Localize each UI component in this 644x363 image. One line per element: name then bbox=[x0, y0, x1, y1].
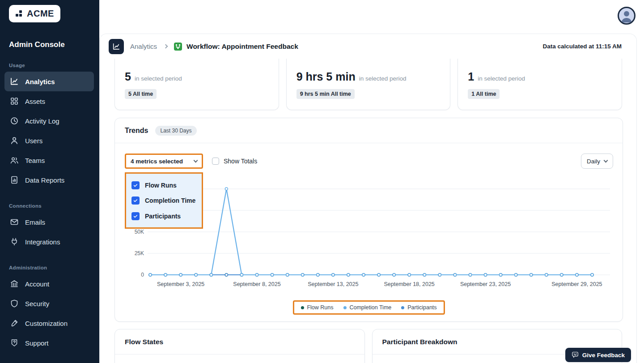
sidebar-item-label: Account bbox=[25, 280, 49, 288]
acme-logo[interactable]: ACME bbox=[9, 5, 60, 22]
main-panel: Analytics Workflow: Appointment Feedback… bbox=[99, 34, 637, 363]
sidebar-item-label: Integrations bbox=[25, 238, 60, 246]
metric-option-label: Flow Runs bbox=[145, 182, 177, 189]
metric-option-label: Participants bbox=[145, 213, 181, 220]
sidebar: ACME Admin Console Usage Analytics Asset… bbox=[0, 0, 99, 363]
show-totals-control: Show Totals bbox=[212, 154, 257, 169]
support-icon bbox=[10, 338, 19, 347]
breadcrumb-analytics-link[interactable]: Analytics bbox=[130, 43, 157, 50]
metric-option-completion-time[interactable]: Completion Time bbox=[126, 196, 202, 205]
email-icon bbox=[10, 218, 19, 226]
svg-text:0: 0 bbox=[141, 272, 144, 278]
show-totals-label: Show Totals bbox=[224, 158, 257, 165]
stat-value: 9 hrs 5 min bbox=[297, 70, 356, 83]
customization-icon bbox=[10, 319, 19, 328]
workflow-icon bbox=[174, 42, 182, 51]
granularity-dropdown[interactable]: Daily bbox=[581, 154, 613, 169]
legend-item-completion-time[interactable]: Completion Time bbox=[343, 304, 391, 311]
page-title: Workflow: Appointment Feedback bbox=[186, 43, 298, 51]
period-badge: Last 30 Days bbox=[155, 126, 196, 136]
sidebar-item-activity-log[interactable]: Activity Log bbox=[4, 111, 94, 131]
sidebar-item-label: Security bbox=[25, 300, 49, 307]
svg-text:September 23, 2025: September 23, 2025 bbox=[460, 281, 511, 287]
trends-card-header: Trends Last 30 Days bbox=[115, 118, 623, 143]
sidebar-item-teams[interactable]: Teams bbox=[4, 150, 94, 170]
stat-card-flow-runs: 5 in selected period 5 All time bbox=[114, 59, 279, 110]
legend-item-participants[interactable]: Participants bbox=[401, 304, 436, 311]
sidebar-item-analytics[interactable]: Analytics bbox=[4, 72, 94, 91]
stat-card-completion-time: 9 hrs 5 min in selected period 9 hrs 5 m… bbox=[286, 59, 451, 110]
section-label-administration: Administration bbox=[9, 265, 90, 270]
chevron-down-icon bbox=[194, 158, 198, 163]
svg-text:50K: 50K bbox=[135, 229, 144, 235]
metric-option-flow-runs[interactable]: Flow Runs bbox=[126, 181, 202, 189]
sidebar-item-label: Assets bbox=[25, 98, 45, 105]
metrics-select-dropdown[interactable]: 4 metrics selected bbox=[125, 154, 203, 169]
trends-card: Trends Last 30 Days 4 metrics selected S… bbox=[114, 118, 623, 322]
sidebar-item-integrations[interactable]: Integrations bbox=[4, 232, 94, 252]
metric-option-participants[interactable]: Participants bbox=[126, 212, 202, 220]
section-label-connections: Connections bbox=[9, 203, 90, 209]
sidebar-item-label: Support bbox=[25, 339, 49, 347]
sidebar-item-assets[interactable]: Assets bbox=[4, 91, 94, 111]
section-label-usage: Usage bbox=[9, 63, 90, 68]
legend-label: Flow Runs bbox=[307, 304, 333, 311]
give-feedback-button[interactable]: Give Feedback bbox=[565, 348, 631, 362]
feedback-label: Give Feedback bbox=[582, 352, 625, 359]
topbar bbox=[99, 0, 644, 34]
avatar[interactable] bbox=[618, 7, 636, 25]
sidebar-item-label: Data Reports bbox=[25, 176, 64, 184]
svg-text:September 8, 2025: September 8, 2025 bbox=[233, 281, 280, 287]
metrics-dropdown-menu: Flow Runs Completion Time Participants bbox=[125, 172, 203, 229]
all-time-badge: 5 All time bbox=[125, 89, 157, 99]
stat-cards-row: 5 in selected period 5 All time 9 hrs 5 … bbox=[114, 59, 622, 110]
flow-states-card: Flow States bbox=[114, 329, 365, 363]
svg-text:September 3, 2025: September 3, 2025 bbox=[157, 281, 204, 287]
console-title: Admin Console bbox=[9, 40, 99, 49]
flow-states-title: Flow States bbox=[115, 329, 364, 354]
sidebar-item-account[interactable]: Account bbox=[4, 274, 94, 294]
legend-item-flow-runs[interactable]: Flow Runs bbox=[301, 304, 333, 311]
data-reports-icon bbox=[10, 175, 19, 184]
chevron-right-icon bbox=[164, 44, 168, 49]
svg-text:September 29, 2025: September 29, 2025 bbox=[551, 281, 602, 287]
user-icon bbox=[619, 8, 634, 23]
metric-option-label: Completion Time bbox=[145, 197, 195, 204]
checkbox-checked-icon[interactable] bbox=[131, 212, 140, 220]
sidebar-item-label: Users bbox=[25, 137, 42, 145]
teams-icon bbox=[10, 156, 19, 165]
granularity-value: Daily bbox=[587, 158, 600, 165]
users-icon bbox=[10, 136, 19, 145]
sidebar-item-data-reports[interactable]: Data Reports bbox=[4, 170, 94, 190]
checkbox-checked-icon[interactable] bbox=[131, 181, 140, 189]
trends-title: Trends bbox=[125, 127, 148, 135]
stat-period-label: in selected period bbox=[478, 75, 525, 82]
sidebar-item-label: Emails bbox=[25, 218, 45, 226]
feedback-icon bbox=[572, 351, 579, 359]
bottom-cards-row: Flow States Participant Breakdown bbox=[114, 329, 622, 363]
svg-text:25K: 25K bbox=[135, 250, 144, 256]
sidebar-item-label: Activity Log bbox=[25, 117, 59, 125]
breadcrumb: Analytics Workflow: Appointment Feedback… bbox=[100, 34, 636, 59]
integrations-icon bbox=[10, 237, 19, 246]
chart-legend: Flow Runs Completion Time Participants bbox=[292, 300, 445, 315]
show-totals-checkbox[interactable] bbox=[212, 158, 219, 165]
legend-label: Participants bbox=[407, 304, 436, 311]
sidebar-item-label: Analytics bbox=[25, 78, 55, 85]
svg-text:September 13, 2025: September 13, 2025 bbox=[308, 281, 358, 287]
legend-dot bbox=[343, 306, 346, 309]
checkbox-checked-icon[interactable] bbox=[131, 196, 140, 205]
sidebar-item-customization[interactable]: Customization bbox=[4, 313, 94, 333]
stat-period-label: in selected period bbox=[359, 75, 407, 82]
logo-text: ACME bbox=[27, 9, 54, 19]
stat-period-label: in selected period bbox=[135, 75, 182, 82]
all-time-badge: 1 All time bbox=[468, 89, 500, 99]
stat-value: 1 bbox=[468, 70, 474, 83]
analytics-header-icon bbox=[109, 39, 124, 54]
sidebar-item-security[interactable]: Security bbox=[4, 294, 94, 313]
sidebar-item-support[interactable]: Support bbox=[4, 333, 94, 353]
activity-log-icon bbox=[10, 116, 19, 125]
sidebar-item-users[interactable]: Users bbox=[4, 131, 94, 150]
sidebar-item-emails[interactable]: Emails bbox=[4, 212, 94, 232]
analytics-icon bbox=[10, 77, 19, 86]
